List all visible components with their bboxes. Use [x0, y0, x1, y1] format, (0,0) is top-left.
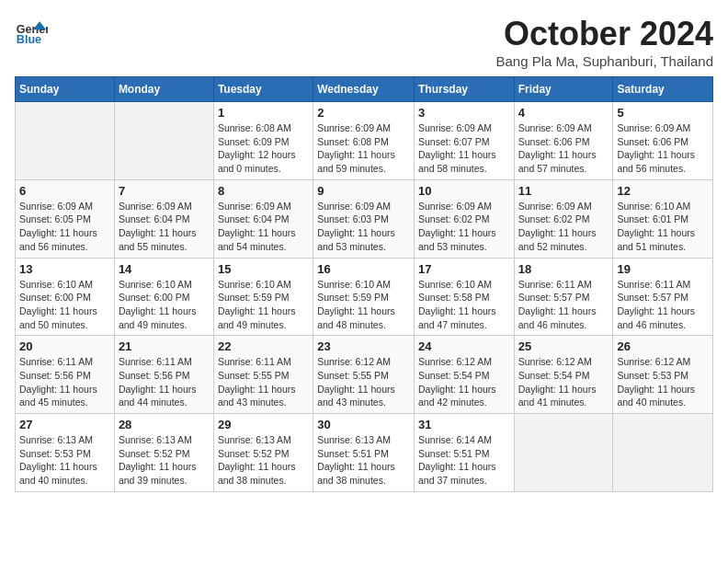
day-info: Sunrise: 6:10 AM Sunset: 6:00 PM Dayligh… [19, 278, 110, 332]
day-number: 20 [19, 339, 110, 353]
day-number: 8 [218, 184, 309, 198]
day-info: Sunrise: 6:10 AM Sunset: 5:58 PM Dayligh… [418, 278, 510, 332]
calendar-cell: 13Sunrise: 6:10 AM Sunset: 6:00 PM Dayli… [16, 258, 115, 336]
day-number: 7 [119, 184, 210, 198]
day-info: Sunrise: 6:13 AM Sunset: 5:52 PM Dayligh… [119, 433, 210, 488]
calendar-cell: 29Sunrise: 6:13 AM Sunset: 5:52 PM Dayli… [213, 414, 313, 492]
day-number: 13 [19, 262, 110, 276]
day-info: Sunrise: 6:09 AM Sunset: 6:02 PM Dayligh… [518, 200, 609, 254]
day-number: 26 [617, 339, 709, 353]
day-number: 1 [218, 106, 309, 120]
logo: General Blue [15, 15, 48, 48]
day-number: 14 [119, 262, 210, 276]
calendar-cell: 2Sunrise: 6:09 AM Sunset: 6:08 PM Daylig… [313, 102, 415, 180]
day-number: 25 [518, 339, 609, 353]
day-number: 4 [518, 106, 609, 120]
day-number: 12 [617, 184, 709, 198]
day-number: 29 [218, 418, 309, 431]
calendar-week-row: 6Sunrise: 6:09 AM Sunset: 6:05 PM Daylig… [16, 179, 713, 258]
day-info: Sunrise: 6:09 AM Sunset: 6:03 PM Dayligh… [317, 200, 410, 254]
calendar-cell: 21Sunrise: 6:11 AM Sunset: 5:56 PM Dayli… [114, 336, 213, 414]
day-number: 22 [218, 339, 309, 353]
day-number: 5 [617, 106, 709, 120]
calendar-cell: 8Sunrise: 6:09 AM Sunset: 6:04 PM Daylig… [213, 179, 313, 258]
weekday-row: SundayMondayTuesdayWednesdayThursdayFrid… [16, 77, 713, 102]
calendar-table: SundayMondayTuesdayWednesdayThursdayFrid… [15, 76, 713, 492]
day-info: Sunrise: 6:11 AM Sunset: 5:56 PM Dayligh… [119, 355, 210, 409]
calendar-cell: 4Sunrise: 6:09 AM Sunset: 6:06 PM Daylig… [514, 102, 613, 180]
day-info: Sunrise: 6:09 AM Sunset: 6:06 PM Dayligh… [518, 121, 609, 176]
calendar-week-row: 13Sunrise: 6:10 AM Sunset: 6:00 PM Dayli… [16, 258, 713, 336]
calendar-cell [16, 102, 115, 180]
calendar-cell: 3Sunrise: 6:09 AM Sunset: 6:07 PM Daylig… [414, 102, 514, 180]
calendar-cell: 30Sunrise: 6:13 AM Sunset: 5:51 PM Dayli… [313, 414, 415, 492]
calendar-cell: 19Sunrise: 6:11 AM Sunset: 5:57 PM Dayli… [613, 258, 713, 336]
day-info: Sunrise: 6:09 AM Sunset: 6:08 PM Dayligh… [317, 121, 410, 176]
calendar-cell: 12Sunrise: 6:10 AM Sunset: 6:01 PM Dayli… [613, 179, 713, 258]
day-info: Sunrise: 6:09 AM Sunset: 6:06 PM Dayligh… [617, 121, 709, 176]
day-info: Sunrise: 6:10 AM Sunset: 5:59 PM Dayligh… [218, 278, 309, 332]
page-header: General Blue October 2024 Bang Pla Ma, S… [15, 15, 713, 69]
day-info: Sunrise: 6:09 AM Sunset: 6:04 PM Dayligh… [218, 200, 309, 254]
calendar-cell: 11Sunrise: 6:09 AM Sunset: 6:02 PM Dayli… [514, 179, 613, 258]
calendar-cell: 7Sunrise: 6:09 AM Sunset: 6:04 PM Daylig… [114, 179, 213, 258]
calendar-cell: 26Sunrise: 6:12 AM Sunset: 5:53 PM Dayli… [613, 336, 713, 414]
day-info: Sunrise: 6:12 AM Sunset: 5:53 PM Dayligh… [617, 355, 709, 409]
calendar-body: 1Sunrise: 6:08 AM Sunset: 6:09 PM Daylig… [16, 102, 713, 492]
day-info: Sunrise: 6:09 AM Sunset: 6:05 PM Dayligh… [19, 200, 110, 254]
calendar-cell: 15Sunrise: 6:10 AM Sunset: 5:59 PM Dayli… [213, 258, 313, 336]
calendar-cell: 14Sunrise: 6:10 AM Sunset: 6:00 PM Dayli… [114, 258, 213, 336]
calendar-cell: 9Sunrise: 6:09 AM Sunset: 6:03 PM Daylig… [313, 179, 415, 258]
location-title: Bang Pla Ma, Suphanburi, Thailand [495, 53, 713, 69]
day-number: 30 [317, 418, 410, 431]
day-number: 24 [418, 339, 510, 353]
day-info: Sunrise: 6:12 AM Sunset: 5:54 PM Dayligh… [418, 355, 510, 409]
day-number: 31 [418, 418, 510, 431]
calendar-cell: 10Sunrise: 6:09 AM Sunset: 6:02 PM Dayli… [414, 179, 514, 258]
calendar-cell [114, 102, 213, 180]
calendar-cell: 28Sunrise: 6:13 AM Sunset: 5:52 PM Dayli… [114, 414, 213, 492]
day-info: Sunrise: 6:09 AM Sunset: 6:04 PM Dayligh… [119, 200, 210, 254]
calendar-cell: 23Sunrise: 6:12 AM Sunset: 5:55 PM Dayli… [313, 336, 415, 414]
day-number: 19 [617, 262, 709, 276]
logo-icon: General Blue [15, 15, 48, 48]
day-info: Sunrise: 6:10 AM Sunset: 6:00 PM Dayligh… [119, 278, 210, 332]
title-block: October 2024 Bang Pla Ma, Suphanburi, Th… [495, 15, 713, 69]
weekday-header: Wednesday [313, 77, 415, 102]
calendar-cell: 31Sunrise: 6:14 AM Sunset: 5:51 PM Dayli… [414, 414, 514, 492]
calendar-cell: 18Sunrise: 6:11 AM Sunset: 5:57 PM Dayli… [514, 258, 613, 336]
calendar-cell: 16Sunrise: 6:10 AM Sunset: 5:59 PM Dayli… [313, 258, 415, 336]
calendar-cell: 27Sunrise: 6:13 AM Sunset: 5:53 PM Dayli… [16, 414, 115, 492]
day-number: 9 [317, 184, 410, 198]
day-number: 18 [518, 262, 609, 276]
day-info: Sunrise: 6:12 AM Sunset: 5:54 PM Dayligh… [518, 355, 609, 409]
day-number: 21 [119, 339, 210, 353]
day-info: Sunrise: 6:08 AM Sunset: 6:09 PM Dayligh… [218, 121, 309, 176]
calendar-cell: 25Sunrise: 6:12 AM Sunset: 5:54 PM Dayli… [514, 336, 613, 414]
day-info: Sunrise: 6:09 AM Sunset: 6:02 PM Dayligh… [418, 200, 510, 254]
day-number: 23 [317, 339, 410, 353]
weekday-header: Monday [114, 77, 213, 102]
day-info: Sunrise: 6:14 AM Sunset: 5:51 PM Dayligh… [418, 433, 510, 488]
calendar-week-row: 27Sunrise: 6:13 AM Sunset: 5:53 PM Dayli… [16, 414, 713, 492]
day-number: 27 [19, 418, 110, 431]
calendar-cell [613, 414, 713, 492]
calendar-header: SundayMondayTuesdayWednesdayThursdayFrid… [16, 77, 713, 102]
weekday-header: Saturday [613, 77, 713, 102]
day-info: Sunrise: 6:11 AM Sunset: 5:56 PM Dayligh… [19, 355, 110, 409]
weekday-header: Friday [514, 77, 613, 102]
calendar-cell [514, 414, 613, 492]
day-number: 6 [19, 184, 110, 198]
weekday-header: Sunday [16, 77, 115, 102]
day-number: 10 [418, 184, 510, 198]
day-info: Sunrise: 6:11 AM Sunset: 5:55 PM Dayligh… [218, 355, 309, 409]
day-info: Sunrise: 6:12 AM Sunset: 5:55 PM Dayligh… [317, 355, 410, 409]
day-info: Sunrise: 6:10 AM Sunset: 6:01 PM Dayligh… [617, 200, 709, 254]
calendar-week-row: 1Sunrise: 6:08 AM Sunset: 6:09 PM Daylig… [16, 102, 713, 180]
day-number: 15 [218, 262, 309, 276]
calendar-cell: 24Sunrise: 6:12 AM Sunset: 5:54 PM Dayli… [414, 336, 514, 414]
day-info: Sunrise: 6:11 AM Sunset: 5:57 PM Dayligh… [518, 278, 609, 332]
day-info: Sunrise: 6:10 AM Sunset: 5:59 PM Dayligh… [317, 278, 410, 332]
svg-text:Blue: Blue [17, 33, 41, 46]
day-info: Sunrise: 6:13 AM Sunset: 5:52 PM Dayligh… [218, 433, 309, 488]
